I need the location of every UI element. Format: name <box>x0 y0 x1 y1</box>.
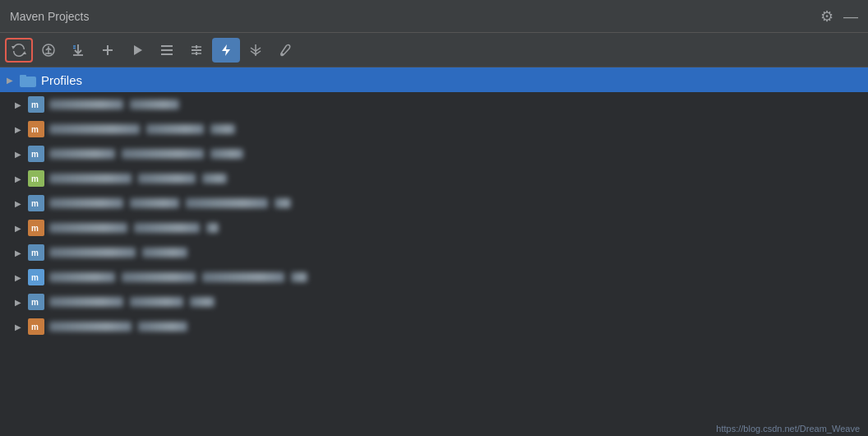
wrench-button[interactable] <box>271 38 299 63</box>
svg-text:m: m <box>31 224 39 233</box>
svg-text:m: m <box>31 199 39 208</box>
svg-text:m: m <box>31 298 39 307</box>
expand-arrow: ▶ <box>15 322 28 332</box>
toggle-button[interactable] <box>182 38 210 63</box>
status-bar: https://blog.csdn.net/Dream_Weave <box>708 421 868 436</box>
refresh-button[interactable] <box>5 38 33 63</box>
project-name-blurred <box>49 100 179 109</box>
status-url: https://blog.csdn.net/Dream_Weave <box>716 424 860 434</box>
expand-arrow: ▶ <box>15 248 28 257</box>
svg-rect-14 <box>161 53 173 55</box>
maven-project-icon: m <box>28 294 44 310</box>
maven-project-icon: m <box>28 220 44 236</box>
balance-button[interactable] <box>242 38 270 63</box>
project-name-blurred <box>49 297 215 307</box>
list-item[interactable]: ▶m <box>0 117 868 141</box>
maven-button[interactable] <box>153 38 181 63</box>
title-bar: Maven Projects ⚙ — <box>0 0 868 33</box>
svg-text:m: m <box>31 273 39 282</box>
svg-point-22 <box>281 53 284 55</box>
svg-rect-12 <box>161 45 173 47</box>
svg-text:m: m <box>31 174 39 183</box>
project-name-blurred <box>49 198 291 208</box>
maven-project-icon: m <box>28 195 44 211</box>
expand-arrow: ▶ <box>15 174 28 183</box>
expand-arrow: ▶ <box>15 199 28 208</box>
list-item[interactable]: ▶m <box>0 290 868 314</box>
list-item[interactable]: ▶m <box>0 216 868 240</box>
list-item[interactable]: ▶m <box>0 92 868 117</box>
svg-marker-11 <box>134 45 142 55</box>
project-name-blurred <box>49 248 187 257</box>
expand-arrow: ▶ <box>15 298 28 307</box>
content-area: ▶ Profiles ▶m▶m▶m▶m▶m▶m▶m▶m▶m▶m https://… <box>0 67 868 436</box>
expand-arrow: ▶ <box>15 224 28 233</box>
maven-project-icon: m <box>28 318 44 335</box>
maven-project-icon: m <box>28 170 44 187</box>
profiles-arrow: ▶ <box>7 76 20 85</box>
run-button[interactable] <box>123 38 151 63</box>
import-button[interactable] <box>35 38 62 63</box>
list-item[interactable]: ▶m <box>0 191 868 216</box>
settings-icon[interactable]: ⚙ <box>820 9 833 24</box>
expand-arrow: ▶ <box>15 273 28 282</box>
expand-arrow: ▶ <box>15 100 28 109</box>
profiles-row[interactable]: ▶ Profiles <box>0 67 868 92</box>
list-item[interactable]: ▶m <box>0 166 868 191</box>
svg-text:m: m <box>31 322 39 332</box>
maven-project-icon: m <box>28 269 44 285</box>
list-item[interactable]: ▶m <box>0 314 868 339</box>
maven-project-icon: m <box>28 244 44 261</box>
project-name-blurred <box>49 124 235 134</box>
download-button[interactable] <box>64 38 92 63</box>
project-name-blurred <box>49 149 243 159</box>
project-name-blurred <box>49 174 227 183</box>
svg-text:m: m <box>31 248 39 257</box>
project-list: ▶m▶m▶m▶m▶m▶m▶m▶m▶m▶m <box>0 92 868 339</box>
window-title: Maven Projects <box>10 10 89 23</box>
add-button[interactable] <box>94 38 122 63</box>
toolbar <box>0 33 868 67</box>
expand-arrow: ▶ <box>15 125 28 134</box>
list-item[interactable]: ▶m <box>0 265 868 290</box>
svg-marker-20 <box>222 44 230 56</box>
svg-rect-24 <box>20 75 26 78</box>
svg-text:m: m <box>31 150 39 159</box>
list-item[interactable]: ▶m <box>0 240 868 265</box>
list-item[interactable]: ▶m <box>0 141 868 166</box>
profiles-label: Profiles <box>41 73 82 87</box>
project-name-blurred <box>49 322 187 332</box>
project-name-blurred <box>49 223 219 233</box>
svg-text:m: m <box>31 100 39 109</box>
title-bar-actions: ⚙ — <box>820 9 858 24</box>
lightning-button[interactable] <box>212 38 240 63</box>
project-name-blurred <box>49 272 307 282</box>
maven-project-icon: m <box>28 96 44 113</box>
minimize-icon[interactable]: — <box>843 9 858 24</box>
maven-project-icon: m <box>28 146 44 162</box>
profiles-folder-icon <box>20 72 41 87</box>
maven-project-icon: m <box>28 121 44 137</box>
svg-text:m: m <box>31 125 39 134</box>
svg-rect-13 <box>161 49 173 51</box>
expand-arrow: ▶ <box>15 150 28 159</box>
